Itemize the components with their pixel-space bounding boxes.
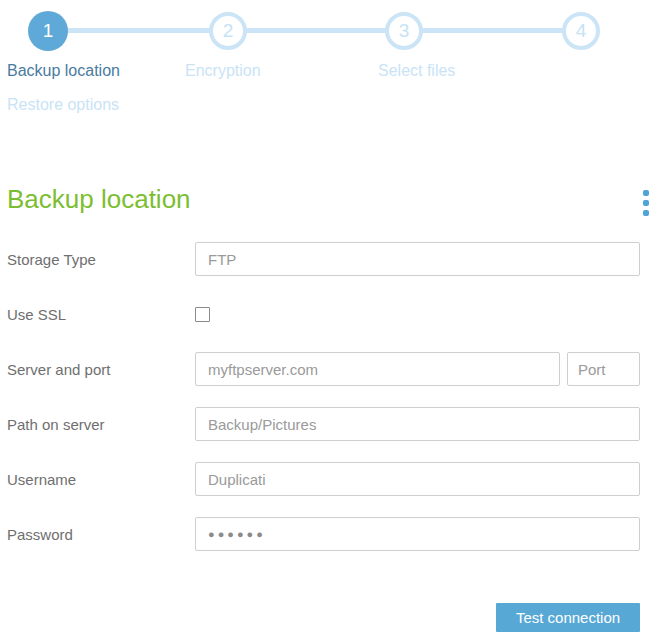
kebab-dot bbox=[643, 190, 649, 196]
storage-type-label: Storage Type bbox=[7, 251, 195, 268]
page-title: Backup location bbox=[7, 184, 191, 214]
storage-type-row: Storage Type bbox=[7, 242, 640, 276]
server-input[interactable] bbox=[195, 352, 560, 386]
step-label-backup-location[interactable]: Backup location bbox=[7, 62, 120, 80]
kebab-dot bbox=[643, 210, 649, 216]
password-input[interactable] bbox=[195, 517, 640, 551]
server-port-label: Server and port bbox=[7, 361, 195, 378]
step-label-encryption[interactable]: Encryption bbox=[185, 62, 261, 80]
restore-wizard-page: 1 2 3 4 Backup location Encryption Selec… bbox=[0, 0, 657, 636]
step-circle-4[interactable]: 4 bbox=[562, 12, 600, 50]
step-circle-2[interactable]: 2 bbox=[209, 12, 247, 50]
path-input[interactable] bbox=[195, 407, 640, 441]
server-port-row: Server and port bbox=[7, 352, 640, 386]
use-ssl-checkbox[interactable] bbox=[195, 307, 210, 322]
path-row: Path on server bbox=[7, 407, 640, 441]
username-label: Username bbox=[7, 471, 195, 488]
step-circle-3[interactable]: 3 bbox=[385, 12, 423, 50]
backup-location-form: Storage Type Use SSL Server and port Pat… bbox=[0, 242, 657, 551]
username-row: Username bbox=[7, 462, 640, 496]
username-input[interactable] bbox=[195, 462, 640, 496]
use-ssl-label: Use SSL bbox=[7, 306, 195, 323]
kebab-menu-icon[interactable] bbox=[643, 190, 651, 220]
password-label: Password bbox=[7, 526, 195, 543]
kebab-dot bbox=[643, 200, 649, 206]
port-input[interactable] bbox=[567, 352, 640, 386]
page-header: Backup location bbox=[0, 184, 657, 218]
form-footer: Test connection bbox=[0, 603, 657, 632]
stepper-connector-line bbox=[48, 28, 581, 33]
wizard-stepper: 1 2 3 4 Backup location Encryption Selec… bbox=[0, 0, 657, 122]
step-label-restore-options[interactable]: Restore options bbox=[7, 96, 119, 114]
test-connection-button[interactable]: Test connection bbox=[496, 603, 640, 632]
path-label: Path on server bbox=[7, 416, 195, 433]
step-label-select-files[interactable]: Select files bbox=[378, 62, 455, 80]
step-circle-1[interactable]: 1 bbox=[28, 11, 68, 51]
storage-type-input[interactable] bbox=[195, 242, 640, 276]
use-ssl-row: Use SSL bbox=[7, 297, 640, 331]
password-row: Password bbox=[7, 517, 640, 551]
